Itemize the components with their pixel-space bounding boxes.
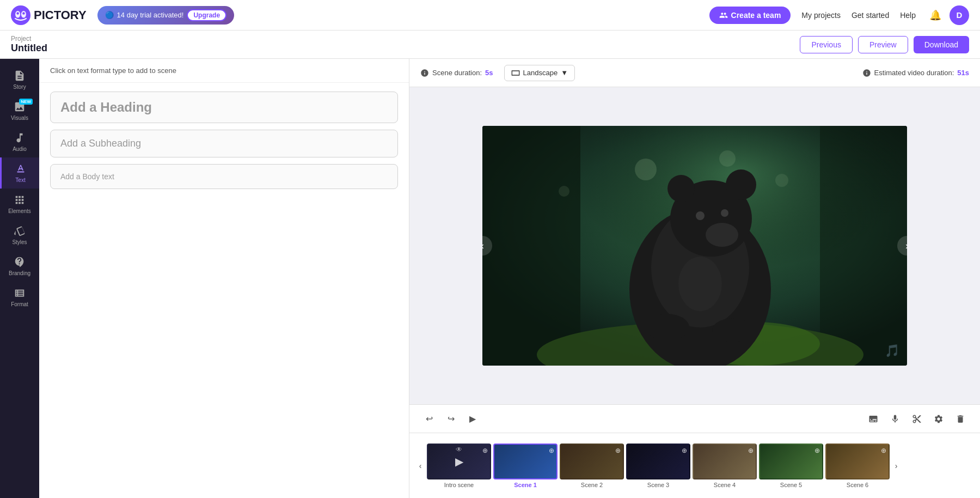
text-options: Add a Heading Add a Subheading Add a Bod… <box>39 83 409 198</box>
estimated-duration: Estimated video duration: 51s <box>862 69 969 77</box>
scene-thumbnail-5: ⊕ <box>759 444 823 479</box>
playback-controls: ↩ ↪ ▶ <box>409 404 980 433</box>
svg-rect-7 <box>482 126 580 366</box>
svg-point-24 <box>646 314 689 341</box>
svg-point-19 <box>726 169 756 200</box>
sub-header: Project Untitled Previous Preview Downlo… <box>0 31 980 59</box>
layer-icon-5: ⊕ <box>814 447 820 454</box>
scene-label-6: Scene 6 <box>847 482 868 488</box>
scissors-button[interactable] <box>908 410 926 428</box>
scene-thumbnail-4: ⊕ <box>693 444 757 479</box>
scene-thumbnail-6: ⊕ <box>825 444 890 479</box>
scene-thumb-1[interactable]: ⊕ Scene 1 <box>493 444 558 488</box>
scene-thumb-4[interactable]: ⊕ Scene 4 <box>693 444 757 488</box>
scene-thumbnail-3: ⊕ <box>626 444 690 479</box>
sidebar-item-branding[interactable]: Branding <box>0 251 39 282</box>
svg-point-12 <box>559 186 569 197</box>
my-projects-link[interactable]: My projects <box>801 11 841 20</box>
scene-label-1: Scene 1 <box>514 482 537 488</box>
scene-duration-value: 5s <box>485 69 493 77</box>
body-option[interactable]: Add a Body text <box>50 164 398 189</box>
svg-point-21 <box>696 211 705 220</box>
sidebar-label-branding: Branding <box>9 270 30 276</box>
trial-badge: 🔵 14 day trial activated! Upgrade <box>97 6 235 25</box>
svg-point-0 <box>11 5 30 25</box>
sidebar-item-styles[interactable]: Styles <box>0 220 39 251</box>
user-avatar[interactable]: D <box>950 5 969 25</box>
sidebar-label-visuals: Visuals <box>11 115 28 121</box>
sidebar-item-elements[interactable]: Elements <box>0 189 39 220</box>
timeline-scroll[interactable]: ‹ ▶ ⊕ 👁 Intro scene ⊕ Scene 1 <box>409 433 980 498</box>
help-link[interactable]: Help <box>900 11 916 20</box>
get-started-link[interactable]: Get started <box>852 11 889 20</box>
layer-icon-4: ⊕ <box>748 447 754 454</box>
canvas-area: Scene duration: 5s Landscape ▼ Estimated… <box>409 59 980 498</box>
scene-thumb-6[interactable]: ⊕ Scene 6 <box>825 444 890 488</box>
sidebar-item-text[interactable]: Text <box>0 157 39 189</box>
sidebar-item-audio[interactable]: Audio <box>0 126 39 157</box>
bear-scene: 🎵 <box>482 126 907 366</box>
svg-point-23 <box>678 257 722 311</box>
preview-image: 🎵 ‹ › <box>482 126 907 366</box>
timeline-prev-button[interactable]: ‹ <box>415 461 426 470</box>
sidebar-label-text: Text <box>15 177 25 183</box>
svg-point-11 <box>775 174 788 187</box>
top-nav: PICTORY 🔵 14 day trial activated! Upgrad… <box>0 0 980 31</box>
upgrade-button[interactable]: Upgrade <box>187 9 226 21</box>
heading-option[interactable]: Add a Heading <box>50 92 398 123</box>
scene-label-3: Scene 3 <box>647 482 669 488</box>
scene-thumb-intro[interactable]: ▶ ⊕ 👁 Intro scene <box>427 444 491 488</box>
text-panel: Click on text format type to add to scen… <box>39 59 409 498</box>
timeline-next-button[interactable]: › <box>891 461 902 470</box>
scene-label-intro: Intro scene <box>444 482 474 488</box>
scene-thumbnail-intro: ▶ ⊕ 👁 <box>427 444 491 479</box>
new-badge: NEW <box>19 99 33 105</box>
app-name: PICTORY <box>34 8 87 22</box>
svg-point-25 <box>712 318 754 342</box>
orientation-button[interactable]: Landscape ▼ <box>504 65 575 81</box>
scene-thumbnail-2: ⊕ <box>560 444 624 479</box>
left-sidebar: Story NEW Visuals Audio Text Elements St… <box>0 59 39 498</box>
main-content: Story NEW Visuals Audio Text Elements St… <box>0 59 980 498</box>
svg-rect-8 <box>820 126 907 366</box>
sidebar-label-elements: Elements <box>8 208 31 214</box>
scene-thumbnail-1: ⊕ <box>493 444 558 479</box>
scene-thumb-2[interactable]: ⊕ Scene 2 <box>560 444 624 488</box>
settings-button[interactable] <box>930 410 947 428</box>
sidebar-item-visuals[interactable]: NEW Visuals <box>0 95 39 126</box>
preview-button[interactable]: Preview <box>858 36 908 53</box>
redo-button[interactable]: ↪ <box>442 410 460 428</box>
play-button[interactable]: ▶ <box>464 410 481 428</box>
svg-point-3 <box>16 12 19 15</box>
visibility-icon: 👁 <box>456 446 462 453</box>
scene-thumb-5[interactable]: ⊕ Scene 5 <box>759 444 823 488</box>
scene-label-4: Scene 4 <box>714 482 736 488</box>
download-button[interactable]: Download <box>914 36 969 53</box>
create-team-button[interactable]: Create a team <box>709 7 791 24</box>
delete-button[interactable] <box>952 410 969 428</box>
previous-button[interactable]: Previous <box>800 36 852 53</box>
undo-button[interactable]: ↩ <box>420 410 438 428</box>
estimated-value: 51s <box>957 69 969 77</box>
notification-button[interactable]: 🔔 <box>927 7 944 24</box>
play-icon: ▶ <box>455 455 463 468</box>
layer-icon-1: ⊕ <box>549 447 554 454</box>
scene-thumb-3[interactable]: ⊕ Scene 3 <box>626 444 690 488</box>
scene-duration-info: Scene duration: 5s <box>420 69 493 77</box>
svg-point-4 <box>22 12 25 15</box>
svg-point-18 <box>667 175 695 202</box>
subheading-option[interactable]: Add a Subheading <box>50 130 398 157</box>
svg-point-22 <box>721 209 728 217</box>
mic-button[interactable] <box>886 410 904 428</box>
svg-point-10 <box>719 150 736 167</box>
subtitle-button[interactable] <box>865 410 882 428</box>
sidebar-label-styles: Styles <box>12 239 27 245</box>
scene-duration-label: Scene duration: <box>432 69 482 77</box>
project-title: Untitled <box>11 42 47 54</box>
estimated-label: Estimated video duration: <box>874 69 954 77</box>
sidebar-item-story[interactable]: Story <box>0 64 39 95</box>
sidebar-item-format[interactable]: Format <box>0 282 39 313</box>
app-logo[interactable]: PICTORY <box>11 5 87 25</box>
timeline: ‹ ▶ ⊕ 👁 Intro scene ⊕ Scene 1 <box>409 433 980 498</box>
canvas-toolbar: Scene duration: 5s Landscape ▼ Estimated… <box>409 59 980 87</box>
